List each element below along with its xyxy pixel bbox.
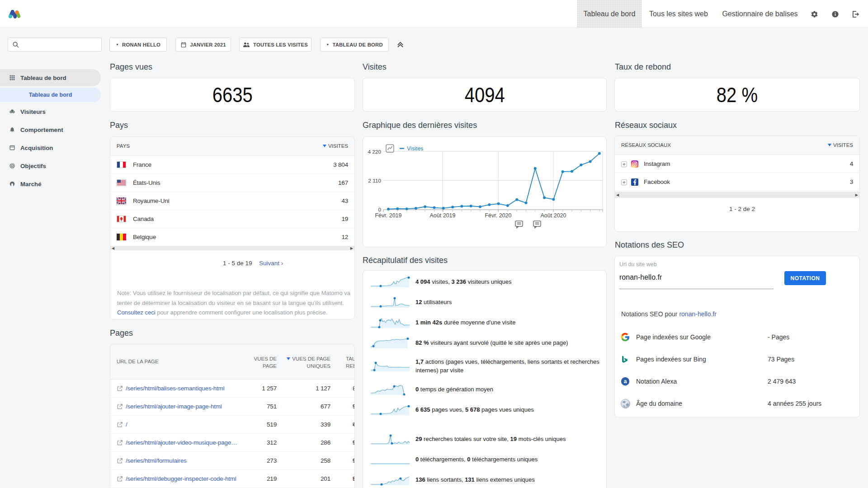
- svg-text:Août 2019: Août 2019: [430, 212, 456, 219]
- svg-text:Févr. 2020: Févr. 2020: [485, 212, 511, 219]
- svg-text:Visites: Visites: [407, 145, 424, 152]
- svg-text:a: a: [624, 378, 627, 385]
- svg-text:Août 2020: Août 2020: [541, 212, 566, 219]
- svg-text:4 220: 4 220: [368, 149, 381, 155]
- svg-text:0: 0: [378, 206, 381, 213]
- svg-text:Févr. 2019: Févr. 2019: [375, 212, 401, 219]
- svg-text:2 110: 2 110: [368, 178, 381, 184]
